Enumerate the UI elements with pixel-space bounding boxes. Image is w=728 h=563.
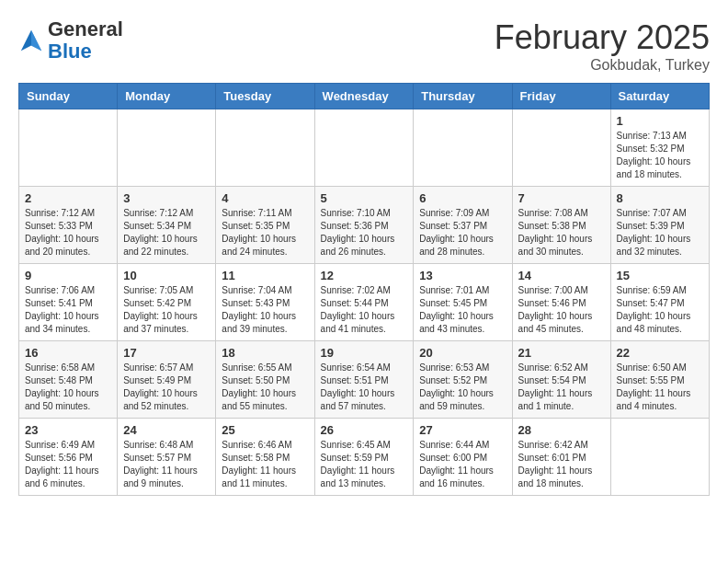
day-cell: 8Sunrise: 7:07 AM Sunset: 5:39 PM Daylig…	[610, 187, 709, 264]
day-cell	[216, 109, 314, 187]
week-row-2: 2Sunrise: 7:12 AM Sunset: 5:33 PM Daylig…	[19, 187, 710, 264]
day-cell	[512, 109, 610, 187]
day-cell	[414, 109, 512, 187]
day-cell: 21Sunrise: 6:52 AM Sunset: 5:54 PM Dayli…	[512, 341, 610, 419]
day-number: 17	[123, 346, 210, 360]
logo-blue: Blue	[48, 40, 92, 63]
day-number: 5	[321, 191, 408, 205]
day-number: 6	[419, 191, 506, 205]
title-block: February 2025 Gokbudak, Turkey	[495, 18, 710, 74]
day-info: Sunrise: 7:12 AM Sunset: 5:34 PM Dayligh…	[123, 207, 210, 259]
day-info: Sunrise: 6:58 AM Sunset: 5:48 PM Dayligh…	[25, 362, 111, 413]
day-cell: 5Sunrise: 7:10 AM Sunset: 5:36 PM Daylig…	[314, 187, 414, 264]
day-number: 25	[222, 423, 308, 437]
day-number: 9	[25, 269, 111, 282]
weekday-header-saturday: Saturday	[610, 84, 709, 109]
weekday-header-tuesday: Tuesday	[216, 84, 314, 109]
day-number: 18	[222, 346, 308, 360]
weekday-header-row: SundayMondayTuesdayWednesdayThursdayFrid…	[19, 84, 710, 109]
day-cell: 3Sunrise: 7:12 AM Sunset: 5:34 PM Daylig…	[118, 187, 216, 264]
day-cell	[314, 109, 414, 187]
day-cell: 22Sunrise: 6:50 AM Sunset: 5:55 PM Dayli…	[610, 341, 709, 419]
day-info: Sunrise: 6:48 AM Sunset: 5:57 PM Dayligh…	[123, 439, 210, 490]
day-cell: 4Sunrise: 7:11 AM Sunset: 5:35 PM Daylig…	[216, 187, 314, 264]
day-info: Sunrise: 7:06 AM Sunset: 5:41 PM Dayligh…	[25, 284, 111, 336]
day-info: Sunrise: 7:00 AM Sunset: 5:46 PM Dayligh…	[518, 284, 605, 336]
day-cell: 6Sunrise: 7:09 AM Sunset: 5:37 PM Daylig…	[414, 187, 512, 264]
day-number: 13	[419, 269, 506, 282]
day-cell: 24Sunrise: 6:48 AM Sunset: 5:57 PM Dayli…	[118, 419, 216, 496]
day-info: Sunrise: 7:04 AM Sunset: 5:43 PM Dayligh…	[222, 284, 308, 336]
day-cell: 12Sunrise: 7:02 AM Sunset: 5:44 PM Dayli…	[314, 264, 414, 341]
day-cell: 23Sunrise: 6:49 AM Sunset: 5:56 PM Dayli…	[19, 419, 118, 496]
week-row-1: 1Sunrise: 7:13 AM Sunset: 5:32 PM Daylig…	[19, 109, 710, 187]
logo: General Blue	[18, 18, 123, 63]
logo-general: General	[48, 17, 123, 40]
day-cell: 16Sunrise: 6:58 AM Sunset: 5:48 PM Dayli…	[19, 341, 118, 419]
day-number: 11	[222, 269, 308, 282]
day-number: 2	[25, 191, 111, 205]
day-info: Sunrise: 7:13 AM Sunset: 5:32 PM Dayligh…	[617, 130, 703, 181]
day-info: Sunrise: 7:05 AM Sunset: 5:42 PM Dayligh…	[123, 284, 210, 336]
day-cell	[19, 109, 118, 187]
day-number: 28	[518, 423, 605, 437]
weekday-header-friday: Friday	[512, 84, 610, 109]
day-info: Sunrise: 6:57 AM Sunset: 5:49 PM Dayligh…	[123, 362, 210, 413]
day-cell: 25Sunrise: 6:46 AM Sunset: 5:58 PM Dayli…	[216, 419, 314, 496]
week-row-3: 9Sunrise: 7:06 AM Sunset: 5:41 PM Daylig…	[19, 264, 710, 341]
day-info: Sunrise: 7:11 AM Sunset: 5:35 PM Dayligh…	[222, 207, 308, 259]
day-cell: 19Sunrise: 6:54 AM Sunset: 5:51 PM Dayli…	[314, 341, 414, 419]
day-info: Sunrise: 6:42 AM Sunset: 6:01 PM Dayligh…	[518, 439, 605, 490]
day-number: 20	[419, 346, 506, 360]
logo-text: General Blue	[48, 18, 123, 63]
day-number: 22	[617, 346, 703, 360]
day-cell: 17Sunrise: 6:57 AM Sunset: 5:49 PM Dayli…	[118, 341, 216, 419]
week-row-4: 16Sunrise: 6:58 AM Sunset: 5:48 PM Dayli…	[19, 341, 710, 419]
day-cell: 18Sunrise: 6:55 AM Sunset: 5:50 PM Dayli…	[216, 341, 314, 419]
day-info: Sunrise: 6:49 AM Sunset: 5:56 PM Dayligh…	[25, 439, 111, 490]
day-number: 19	[321, 346, 408, 360]
day-info: Sunrise: 6:52 AM Sunset: 5:54 PM Dayligh…	[518, 362, 605, 413]
day-number: 10	[123, 269, 210, 282]
day-number: 12	[321, 269, 408, 282]
day-number: 7	[518, 191, 605, 205]
location-title: Gokbudak, Turkey	[495, 57, 710, 74]
weekday-header-sunday: Sunday	[19, 84, 118, 109]
day-info: Sunrise: 6:55 AM Sunset: 5:50 PM Dayligh…	[222, 362, 308, 413]
page-header: General Blue February 2025 Gokbudak, Tur…	[18, 18, 710, 74]
day-cell: 9Sunrise: 7:06 AM Sunset: 5:41 PM Daylig…	[19, 264, 118, 341]
logo-icon	[18, 28, 44, 53]
day-cell: 20Sunrise: 6:53 AM Sunset: 5:52 PM Dayli…	[414, 341, 512, 419]
day-number: 8	[617, 191, 703, 205]
day-cell: 26Sunrise: 6:45 AM Sunset: 5:59 PM Dayli…	[314, 419, 414, 496]
day-cell	[610, 419, 709, 496]
day-cell: 2Sunrise: 7:12 AM Sunset: 5:33 PM Daylig…	[19, 187, 118, 264]
day-info: Sunrise: 6:46 AM Sunset: 5:58 PM Dayligh…	[222, 439, 308, 490]
day-cell: 15Sunrise: 6:59 AM Sunset: 5:47 PM Dayli…	[610, 264, 709, 341]
calendar: SundayMondayTuesdayWednesdayThursdayFrid…	[18, 83, 710, 496]
day-cell: 13Sunrise: 7:01 AM Sunset: 5:45 PM Dayli…	[414, 264, 512, 341]
day-number: 4	[222, 191, 308, 205]
day-info: Sunrise: 7:02 AM Sunset: 5:44 PM Dayligh…	[321, 284, 408, 336]
day-info: Sunrise: 6:53 AM Sunset: 5:52 PM Dayligh…	[419, 362, 506, 413]
day-cell: 11Sunrise: 7:04 AM Sunset: 5:43 PM Dayli…	[216, 264, 314, 341]
day-cell: 1Sunrise: 7:13 AM Sunset: 5:32 PM Daylig…	[610, 109, 709, 187]
day-cell: 7Sunrise: 7:08 AM Sunset: 5:38 PM Daylig…	[512, 187, 610, 264]
day-number: 3	[123, 191, 210, 205]
day-number: 14	[518, 269, 605, 282]
day-cell: 10Sunrise: 7:05 AM Sunset: 5:42 PM Dayli…	[118, 264, 216, 341]
day-number: 24	[123, 423, 210, 437]
day-info: Sunrise: 6:50 AM Sunset: 5:55 PM Dayligh…	[617, 362, 703, 413]
svg-marker-1	[31, 30, 41, 51]
day-cell: 14Sunrise: 7:00 AM Sunset: 5:46 PM Dayli…	[512, 264, 610, 341]
day-info: Sunrise: 7:07 AM Sunset: 5:39 PM Dayligh…	[617, 207, 703, 259]
day-info: Sunrise: 7:08 AM Sunset: 5:38 PM Dayligh…	[518, 207, 605, 259]
weekday-header-wednesday: Wednesday	[314, 84, 414, 109]
day-info: Sunrise: 6:44 AM Sunset: 6:00 PM Dayligh…	[419, 439, 506, 490]
day-info: Sunrise: 6:54 AM Sunset: 5:51 PM Dayligh…	[321, 362, 408, 413]
day-info: Sunrise: 6:45 AM Sunset: 5:59 PM Dayligh…	[321, 439, 408, 490]
weekday-header-monday: Monday	[118, 84, 216, 109]
day-number: 16	[25, 346, 111, 360]
day-info: Sunrise: 6:59 AM Sunset: 5:47 PM Dayligh…	[617, 284, 703, 336]
day-cell: 27Sunrise: 6:44 AM Sunset: 6:00 PM Dayli…	[414, 419, 512, 496]
